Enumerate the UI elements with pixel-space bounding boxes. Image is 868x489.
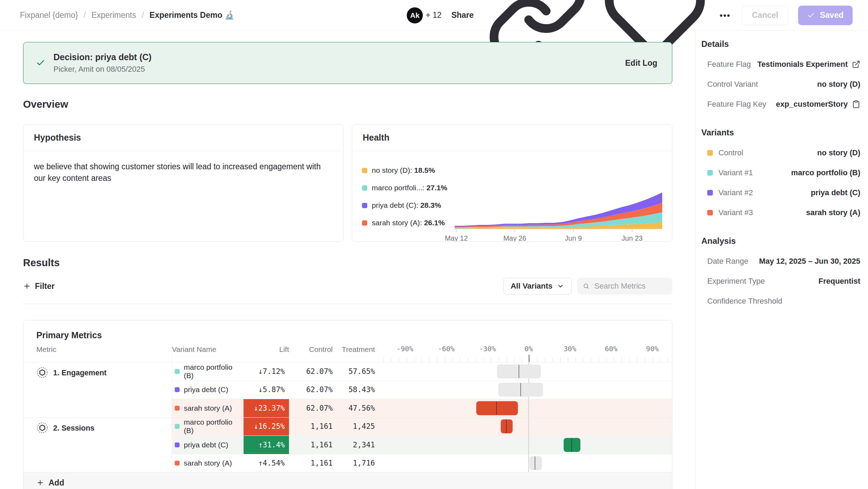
variant-color-chip: [707, 190, 713, 196]
metric-group: 1. Engagementmarco portfolio (B)↓7.12%62…: [23, 362, 672, 417]
axis-tick: [568, 357, 568, 362]
topbar: Fixpanel {demo}/Experiments/Experiments …: [0, 0, 868, 31]
avatar[interactable]: Ak: [407, 7, 423, 23]
variants-dropdown[interactable]: All Variants: [503, 278, 572, 295]
external-link-icon[interactable]: [852, 60, 860, 69]
sidebar-section-details: DetailsFeature FlagTestimonials Experime…: [701, 39, 860, 109]
axis-label: -30%: [479, 345, 496, 353]
table-row: priya debt (C)↑31.4%1,1612,341: [172, 435, 672, 454]
confidence-interval-cell: [379, 418, 672, 436]
variant-cell: priya debt (C): [172, 441, 244, 449]
zero-line: [528, 418, 529, 436]
saved-button[interactable]: Saved: [798, 6, 853, 25]
more-menu-button[interactable]: •••: [718, 9, 732, 22]
axis-tick: [445, 357, 445, 362]
control-value: 1,161: [289, 441, 333, 449]
variant-color-chip: [175, 406, 180, 411]
health-title: Health: [352, 125, 672, 151]
x-axis-label: May 26: [503, 234, 526, 242]
variant-color-chip: [175, 442, 180, 447]
sidebar-row-label: Feature Flag: [707, 60, 751, 69]
treatment-value: 58.43%: [333, 385, 375, 394]
axis-tick: [522, 357, 522, 362]
axis-tick: [383, 357, 384, 362]
axis-tick: [552, 357, 553, 362]
legend-item: sarah story (A): 26.1%: [362, 219, 455, 227]
variant-name: sarah story (A): [184, 404, 232, 412]
health-legend: no story (D): 18.5%marco portfoli...: 27…: [362, 156, 455, 242]
axis-tick: [506, 357, 507, 362]
variant-name: marco portfolio (B): [184, 363, 244, 380]
axis-tick: [583, 357, 584, 362]
add-filter-button[interactable]: Filter: [23, 282, 55, 291]
metric-cell[interactable]: 2. Sessions: [23, 418, 172, 473]
health-chart: May 12May 26Jun 9Jun 23: [455, 184, 662, 242]
hypothesis-body: we believe that showing customer stories…: [23, 151, 343, 193]
breadcrumb-item[interactable]: Fixpanel {demo}: [20, 10, 78, 20]
collaborators-count[interactable]: + 12: [426, 10, 441, 20]
variant-color-chip: [175, 461, 180, 466]
metric-cell[interactable]: 1. Engagement: [23, 362, 172, 417]
sidebar: DetailsFeature FlagTestimonials Experime…: [695, 31, 868, 489]
sidebar-sections: DetailsFeature FlagTestimonials Experime…: [701, 39, 860, 306]
lift-cell: ↓5.87%: [244, 381, 289, 399]
axis-tick: [637, 357, 637, 362]
sidebar-row: Experiment TypeFrequentist: [701, 277, 860, 286]
axis-tick: [599, 357, 599, 362]
chevron-down-icon: [557, 282, 564, 290]
axis-tick: [437, 357, 437, 362]
clipboard-icon[interactable]: [852, 100, 860, 108]
lift-value: ↓5.87%: [258, 385, 285, 394]
sidebar-row-value: Frequentist: [818, 277, 860, 286]
cancel-button[interactable]: Cancel: [742, 6, 788, 25]
saved-label: Saved: [820, 10, 844, 20]
variant-name: marco portfolio (B): [184, 418, 244, 435]
add-metric-button[interactable]: Add: [36, 478, 64, 488]
legend-label: marco portfoli...: 27.1%: [372, 184, 447, 192]
app: Fixpanel {demo}/Experiments/Experiments …: [0, 0, 868, 489]
variants-dropdown-label: All Variants: [511, 282, 552, 291]
legend-item: no story (D): 18.5%: [362, 166, 455, 175]
control-value: 62.07%: [289, 385, 333, 394]
breadcrumb-item[interactable]: Experiments: [92, 10, 136, 20]
lift-axis: -90%-60%-30%0%30%60%90%: [379, 345, 672, 362]
search-icon: [583, 282, 589, 290]
sidebar-heading: Analysis: [701, 236, 860, 246]
plus-icon: [23, 282, 31, 290]
axis-tick: [660, 357, 660, 362]
confidence-interval-cell: [379, 436, 672, 454]
confidence-interval-cell: [379, 399, 672, 417]
zero-line: [528, 399, 529, 417]
axis-label: 0%: [525, 345, 533, 353]
sidebar-section-variants: VariantsControlno story (D)Variant #1mar…: [701, 128, 860, 217]
sidebar-row: Variant #2priya debt (C): [701, 188, 860, 197]
axis-tick: [414, 357, 414, 362]
variant-cell: sarah story (A): [172, 404, 244, 412]
axis-tick: [453, 357, 453, 362]
x-axis-label: May 12: [445, 234, 468, 242]
edit-log-button[interactable]: Edit Log: [623, 58, 659, 68]
x-axis-label: Jun 9: [565, 234, 582, 242]
point-estimate-tick: [506, 420, 507, 433]
axis-tick: [476, 357, 476, 362]
column-header-lift: Lift: [244, 345, 289, 362]
axis-tick: [499, 357, 499, 362]
control-value: 1,161: [289, 422, 333, 431]
lift-value: ↑4.54%: [258, 459, 285, 467]
confidence-interval-cell: [379, 362, 672, 381]
sidebar-row-label: Feature Flag Key: [707, 100, 766, 109]
add-metric-label: Add: [49, 478, 64, 488]
axis-tick: [491, 357, 491, 362]
sidebar-heading: Variants: [701, 128, 860, 137]
search-metrics-input[interactable]: [594, 281, 667, 291]
sidebar-row-value: no story (D): [817, 148, 860, 157]
search-metrics-box: [577, 278, 672, 295]
sidebar-row: Variant #3sarah story (A): [701, 208, 860, 217]
legend-label: priya debt (C): 28.3%: [372, 201, 441, 210]
x-axis-label: Jun 23: [622, 234, 643, 242]
axis-tick: [591, 357, 591, 362]
metric-icon: [36, 367, 48, 378]
share-button[interactable]: Share: [451, 10, 474, 20]
sidebar-row-value: marco portfolio (B): [791, 168, 860, 177]
variant-cell: marco portfolio (B): [172, 418, 244, 435]
